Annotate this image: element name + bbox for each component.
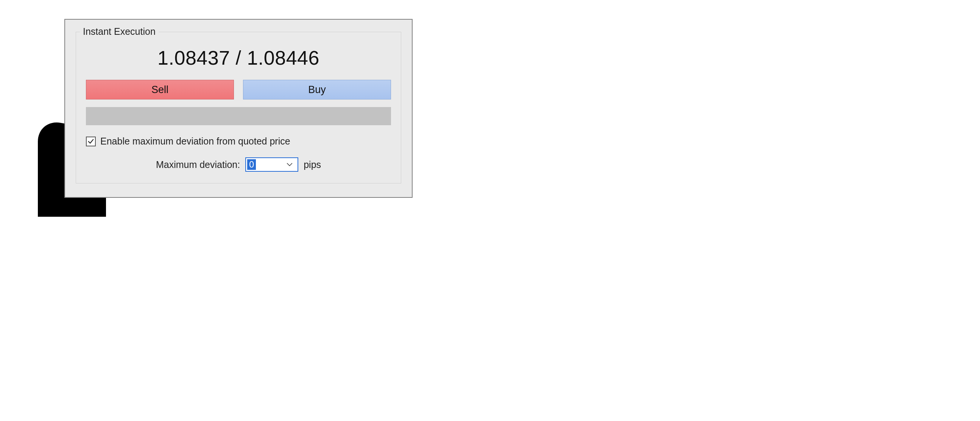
price-quote: 1.08437 / 1.08446 bbox=[86, 46, 391, 69]
max-deviation-label: Maximum deviation: bbox=[156, 159, 240, 170]
price-separator: / bbox=[230, 47, 247, 69]
buy-button[interactable]: Buy bbox=[243, 80, 391, 100]
enable-deviation-checkbox[interactable] bbox=[86, 137, 96, 146]
enable-deviation-row: Enable maximum deviation from quoted pri… bbox=[86, 136, 391, 147]
sell-button-label: Sell bbox=[151, 84, 169, 96]
ask-price: 1.08446 bbox=[247, 47, 319, 69]
instant-execution-panel: Instant Execution 1.08437 / 1.08446 Sell… bbox=[64, 19, 413, 198]
max-deviation-value: 0 bbox=[247, 159, 256, 170]
max-deviation-input[interactable]: 0 bbox=[245, 157, 298, 172]
max-deviation-value-wrap: 0 bbox=[246, 158, 256, 171]
bid-price: 1.08437 bbox=[158, 47, 230, 69]
check-icon bbox=[88, 138, 94, 145]
fieldset-legend: Instant Execution bbox=[80, 26, 159, 37]
order-buttons-row: Sell Buy bbox=[86, 80, 391, 100]
instant-execution-fieldset: Instant Execution 1.08437 / 1.08446 Sell… bbox=[76, 32, 401, 183]
enable-deviation-label: Enable maximum deviation from quoted pri… bbox=[100, 136, 290, 147]
pips-label: pips bbox=[304, 159, 321, 170]
buy-button-label: Buy bbox=[308, 84, 326, 96]
status-bar bbox=[86, 107, 391, 125]
sell-button[interactable]: Sell bbox=[86, 80, 234, 100]
chevron-down-icon bbox=[286, 163, 293, 167]
max-deviation-row: Maximum deviation: 0 pips bbox=[86, 157, 391, 172]
max-deviation-dropdown-button[interactable] bbox=[282, 158, 298, 171]
